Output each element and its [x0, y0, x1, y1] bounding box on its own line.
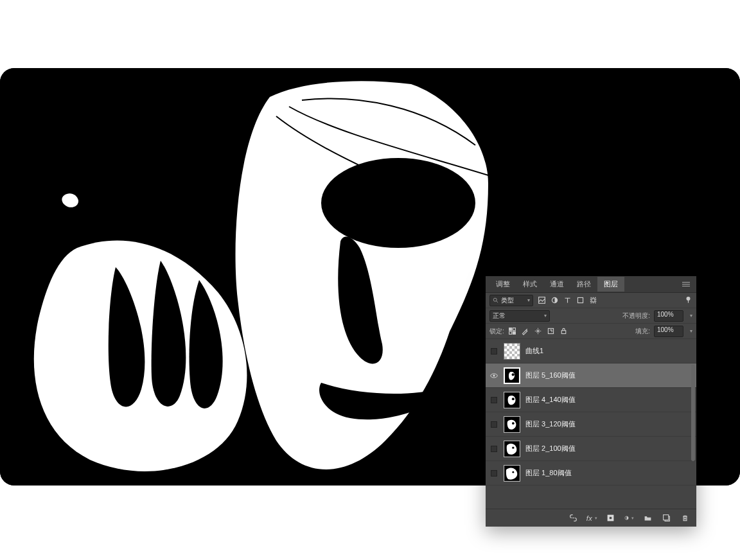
lock-artboard-icon[interactable]	[547, 327, 556, 336]
layer-row[interactable]: 图层 3_120阈值	[486, 412, 696, 437]
visibility-toggle[interactable]	[491, 397, 497, 403]
panel-menu-icon[interactable]	[682, 279, 692, 290]
layer-name: 曲线1	[525, 346, 543, 356]
lock-row: 锁定: 填充: 100% ▾	[486, 324, 696, 339]
visibility-toggle[interactable]	[491, 470, 497, 477]
filter-type-icon[interactable]	[563, 296, 572, 305]
layer-thumb[interactable]	[504, 367, 520, 384]
svg-rect-12	[513, 328, 516, 331]
visibility-toggle[interactable]	[491, 446, 497, 452]
layers-button-bar: fx▾ ▾	[486, 509, 696, 527]
layer-thumb[interactable]	[504, 343, 520, 360]
panel-tab-bar: 调整 样式 通道 路径 图层	[486, 276, 696, 293]
layer-filter-row: 类型 ▾	[486, 293, 696, 308]
layer-thumb[interactable]	[504, 392, 520, 408]
layer-row[interactable]: 曲线1	[486, 339, 696, 363]
blend-mode-value: 正常	[493, 311, 506, 320]
layers-scrollbar[interactable]	[691, 365, 695, 461]
tab-adjustments[interactable]: 调整	[489, 277, 516, 292]
tab-layers[interactable]: 图层	[597, 277, 624, 292]
visibility-toggle[interactable]	[491, 421, 497, 428]
lock-all-icon[interactable]	[559, 327, 568, 336]
fill-chevron-icon[interactable]: ▾	[690, 328, 692, 334]
layer-thumb[interactable]	[504, 441, 520, 457]
svg-rect-15	[549, 328, 554, 333]
tab-paths[interactable]: 路径	[570, 277, 597, 292]
filter-toggle-icon[interactable]	[683, 296, 692, 305]
layer-row[interactable]: 图层 2_100阈值	[486, 437, 696, 461]
svg-point-24	[512, 422, 515, 424]
filter-adjustment-icon[interactable]	[550, 296, 559, 305]
svg-rect-11	[509, 328, 512, 331]
layer-row[interactable]: 图层 1_80阈值	[486, 461, 696, 486]
add-mask-icon[interactable]	[606, 513, 615, 523]
opacity-label: 不透明度:	[622, 311, 650, 320]
fill-label: 填充:	[635, 327, 650, 336]
opacity-input[interactable]: 100%	[654, 310, 683, 322]
layer-name: 图层 2_100阈值	[525, 444, 576, 453]
fill-input[interactable]: 100%	[654, 326, 683, 337]
layers-panel: 调整 样式 通道 路径 图层 类型 ▾ 正常 ▾ 不透明度:	[486, 276, 696, 527]
new-layer-icon[interactable]	[662, 513, 671, 523]
filter-pixel-icon[interactable]	[537, 296, 546, 305]
new-group-icon[interactable]	[643, 513, 653, 523]
svg-point-18	[493, 374, 495, 376]
filter-smart-icon[interactable]	[588, 296, 597, 305]
layer-name: 图层 3_120阈值	[525, 419, 576, 429]
svg-rect-14	[513, 331, 516, 334]
link-layers-icon[interactable]	[568, 513, 578, 523]
svg-point-22	[512, 398, 515, 400]
visibility-toggle[interactable]	[491, 348, 497, 354]
blend-row: 正常 ▾ 不透明度: 100% ▾	[486, 308, 696, 324]
lock-label: 锁定:	[489, 327, 504, 336]
filter-type-label: 类型	[501, 296, 514, 305]
lock-transparency-icon[interactable]	[508, 327, 517, 336]
layer-effects-icon[interactable]: fx▾	[587, 513, 597, 523]
filter-shape-icon[interactable]	[576, 296, 585, 305]
tab-styles[interactable]: 样式	[516, 277, 543, 292]
opacity-chevron-icon[interactable]: ▾	[690, 313, 692, 319]
delete-layer-icon[interactable]	[680, 513, 690, 523]
layer-thumb[interactable]	[504, 465, 520, 482]
lock-pixels-icon[interactable]	[521, 327, 530, 336]
svg-point-30	[609, 516, 612, 520]
svg-point-2	[493, 298, 497, 301]
layer-name: 图层 4_140阈值	[525, 395, 576, 405]
svg-rect-16	[562, 331, 567, 334]
svg-rect-32	[664, 515, 669, 520]
svg-rect-6	[577, 297, 583, 302]
layer-row[interactable]: 图层 5_160阈值	[486, 363, 696, 388]
svg-point-26	[512, 446, 514, 448]
svg-point-1	[321, 158, 475, 248]
filter-type-select[interactable]: 类型 ▾	[489, 295, 533, 306]
svg-point-20	[512, 373, 515, 376]
layers-list: 曲线1 图层 5_160阈值 图层 4_140阈值 图层 3_120阈值	[486, 339, 696, 509]
tab-channels[interactable]: 通道	[543, 277, 570, 292]
new-adjustment-icon[interactable]: ▾	[624, 513, 634, 523]
svg-rect-10	[687, 300, 688, 303]
eye-icon[interactable]	[489, 371, 498, 380]
svg-rect-13	[509, 331, 512, 334]
svg-line-3	[497, 301, 498, 302]
blend-mode-select[interactable]: 正常 ▾	[489, 310, 550, 322]
layer-name: 图层 5_160阈值	[525, 371, 576, 380]
svg-point-28	[512, 471, 514, 473]
layer-name: 图层 1_80阈值	[525, 468, 572, 478]
svg-rect-8	[592, 299, 595, 302]
lock-position-icon[interactable]	[534, 327, 543, 336]
svg-rect-4	[538, 297, 545, 304]
layer-row[interactable]: 图层 4_140阈值	[486, 388, 696, 412]
layer-thumb[interactable]	[504, 416, 520, 433]
